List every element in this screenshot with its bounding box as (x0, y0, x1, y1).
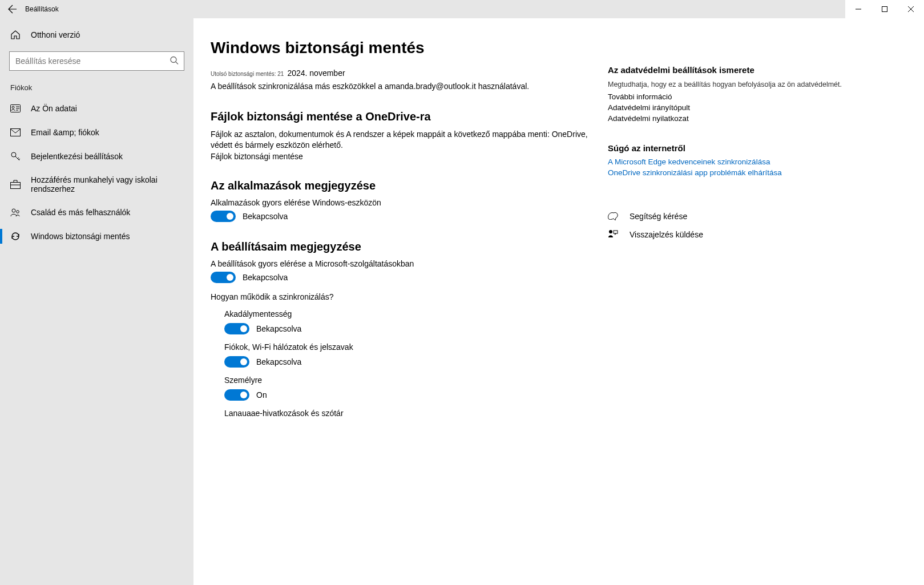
sidebar-item-signin-options[interactable]: Bejelentkezési beállítások (0, 144, 193, 168)
svg-rect-6 (11, 183, 21, 189)
apps-toggle-state: Bekapcsolva (243, 212, 288, 221)
section-apps-heading: Az alkalmazások megjegyzése (211, 179, 607, 192)
maximize-button[interactable] (871, 0, 898, 18)
search-wrap (9, 51, 184, 71)
people-icon (10, 207, 21, 217)
minimize-button[interactable] (845, 0, 871, 18)
sidebar-item-your-info[interactable]: Az Ön adatai (0, 96, 193, 120)
accounts-wifi-toggle[interactable] (224, 356, 249, 368)
accessibility-toggle[interactable] (224, 323, 249, 334)
sidebar-item-windows-backup[interactable]: Windows biztonsági mentés (0, 224, 193, 248)
sub-label: Személyre (224, 376, 607, 385)
aside-support: Segítség kérése Visszajelzés küldése (608, 211, 924, 240)
search-icon (170, 56, 179, 67)
settings-toggle-state: Bekapcsolva (243, 273, 288, 282)
section-files-desc: Fájlok az asztalon, dokumentumok és A re… (211, 129, 607, 151)
get-help-row[interactable]: Segítség kérése (608, 211, 924, 221)
sub-label: Akadálymentesség (224, 309, 607, 318)
sidebar-item-label: Bejelentkezési beállítások (31, 152, 123, 161)
home-label: Otthoni verzió (31, 30, 80, 39)
aside-privacy: Az adatvédelmi beállítások ismerete Megt… (608, 65, 924, 123)
search-input[interactable] (9, 51, 184, 71)
sub-toggle-personalization: Személyre On (224, 376, 607, 401)
maximize-icon (882, 6, 887, 12)
briefcase-icon (10, 179, 21, 189)
section-apps-desc: Alkalmazások gyors elérése Windows-eszkö… (211, 198, 607, 207)
settings-toggle-row: Bekapcsolva (211, 272, 607, 283)
svg-rect-10 (614, 231, 618, 233)
aside-webhelp-link-1[interactable]: OneDrive szinkronizálási app problémák e… (608, 168, 924, 177)
svg-point-1 (171, 57, 176, 63)
sub-label: Fiókok, Wi-Fi hálózatok és jelszavak (224, 342, 607, 352)
last-backup-label: Utolsó biztonsági mentés: 21 (211, 71, 284, 77)
help-icon (608, 211, 618, 221)
personalization-toggle-state: On (256, 390, 267, 400)
section-settings-desc: A beállítások gyors elérése a Microsoft-… (211, 259, 607, 268)
sidebar-section-label: Fiókok (0, 79, 193, 96)
sidebar-item-work-school[interactable]: Hozzáférés munkahelyi vagy iskolai rends… (0, 168, 193, 200)
aside-privacy-link-1[interactable]: Adatvédelmi irányítópult (608, 103, 924, 112)
sidebar-item-email-accounts[interactable]: Email &amp; fiókok (0, 120, 193, 144)
home-button[interactable]: Otthoni verzió (0, 24, 193, 46)
home-icon (10, 30, 21, 40)
sidebar-item-label: Windows biztonsági mentés (31, 232, 130, 241)
aside-privacy-link-2[interactable]: Adatvédelmi nyilatkozat (608, 114, 924, 123)
sidebar-item-label: Hozzáférés munkahelyi vagy iskolai rends… (31, 175, 183, 193)
titlebar: Beállítások (0, 0, 924, 18)
how-sync-works-link[interactable]: Hogyan működik a szinkronizálás? (211, 292, 607, 301)
aside-webhelp-heading: Súgó az internetről (608, 143, 924, 153)
sub-toggle-language: Lanauaae-hivatkozások és szótár (224, 409, 607, 418)
settings-toggle[interactable] (211, 272, 236, 283)
aside-privacy-body: Megtudhatja, hogy ez a beállítás hogyan … (608, 79, 924, 90)
content: Windows biztonsági mentés Utolsó biztons… (193, 18, 924, 585)
sidebar-item-family[interactable]: Család és más felhasználók (0, 200, 193, 224)
sub-toggle-accessibility: Akadálymentesség Bekapcsolva (224, 309, 607, 334)
svg-point-7 (12, 209, 15, 212)
last-backup-date: 2024. november (287, 68, 345, 78)
apps-toggle[interactable] (211, 211, 236, 222)
svg-rect-4 (11, 129, 21, 136)
svg-point-8 (17, 211, 19, 213)
aside-privacy-heading: Az adatvédelmi beállítások ismerete (608, 65, 924, 75)
sidebar-item-label: Email &amp; fiókok (31, 128, 99, 137)
files-backup-action[interactable]: Fájlok biztonsági mentése (211, 152, 607, 161)
apps-toggle-row: Bekapcsolva (211, 211, 607, 222)
aside-panel: Az adatvédelmi beállítások ismerete Megt… (607, 39, 924, 585)
svg-point-3 (12, 106, 14, 108)
person-card-icon (10, 103, 21, 114)
sync-icon (10, 231, 21, 241)
feedback-label: Visszajelzés küldése (630, 230, 703, 239)
svg-point-5 (11, 152, 16, 157)
minimize-icon (856, 6, 861, 12)
personalization-toggle[interactable] (224, 389, 249, 401)
last-backup-line: Utolsó biztonsági mentés: 21 2024. novem… (211, 68, 607, 78)
sidebar: Otthoni verzió Fiókok Az Ön adatai Email… (0, 18, 193, 585)
sidebar-item-label: Család és más felhasználók (31, 208, 130, 217)
sync-description: A beállítások szinkronizálása más eszköz… (211, 81, 607, 92)
accessibility-toggle-state: Bekapcsolva (256, 324, 301, 333)
sidebar-item-label: Az Ön adatai (31, 104, 77, 113)
section-settings-heading: A beállításaim megjegyzése (211, 240, 607, 253)
main-panel: Windows biztonsági mentés Utolsó biztons… (193, 39, 607, 585)
close-icon (908, 6, 914, 12)
accounts-wifi-toggle-state: Bekapcsolva (256, 357, 301, 366)
window-controls (845, 0, 924, 18)
feedback-icon (608, 229, 618, 240)
aside-webhelp-link-0[interactable]: A Microsoft Edge kedvenceinek szinkroniz… (608, 158, 924, 166)
arrow-left-icon (8, 5, 17, 14)
mail-icon (10, 127, 21, 138)
svg-point-9 (609, 230, 612, 233)
svg-rect-0 (882, 7, 887, 12)
page-title: Windows biztonsági mentés (211, 39, 607, 57)
back-button[interactable] (0, 0, 25, 18)
key-icon (10, 151, 21, 162)
sub-toggle-accounts: Fiókok, Wi-Fi hálózatok és jelszavak Bek… (224, 342, 607, 368)
close-button[interactable] (898, 0, 924, 18)
app-title: Beállítások (25, 0, 59, 18)
get-help-label: Segítség kérése (630, 212, 687, 221)
aside-privacy-link-0[interactable]: További információ (608, 92, 924, 101)
sub-label: Lanauaae-hivatkozások és szótár (224, 409, 607, 418)
aside-webhelp: Súgó az internetről A Microsoft Edge ked… (608, 143, 924, 177)
feedback-row[interactable]: Visszajelzés küldése (608, 229, 924, 240)
section-files-heading: Fájlok biztonsági mentése a OneDrive-ra (211, 110, 607, 123)
